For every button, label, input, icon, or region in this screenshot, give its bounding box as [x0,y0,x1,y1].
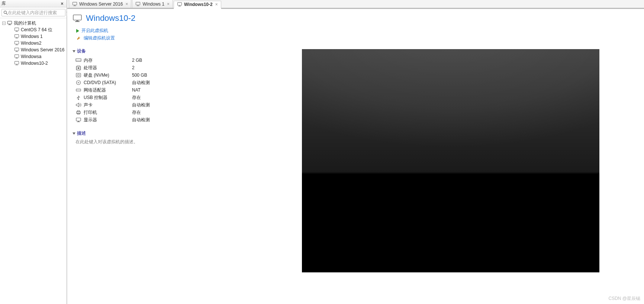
vm-tab[interactable]: Windows 1× [132,0,173,8]
content-area: Windows10-2 开启此虚拟机 编辑虚拟机设置 设备 内存2 GB处理器2… [67,9,644,304]
search-row [0,7,67,18]
device-row[interactable]: USB 控制器存在 [75,94,252,101]
device-value: 自动检测 [132,102,150,108]
tab-label: Windows Server 2016 [79,1,123,7]
vm-icon [14,54,19,59]
device-label: 网络适配器 [84,87,132,93]
device-value: 存在 [132,95,141,101]
device-row[interactable]: 打印机存在 [75,109,252,116]
tree-item[interactable]: Windows2 [0,40,67,47]
printer-icon [75,110,81,115]
device-label: 打印机 [84,109,132,116]
devices-section: 设备 内存2 GB处理器2硬盘 (NVMe)500 GBCD/DVD (SATA… [73,48,252,124]
device-row[interactable]: 硬盘 (NVMe)500 GB [75,71,252,79]
watermark: CSDN @星辰锡 [608,295,640,302]
device-row[interactable]: 处理器2 [75,64,252,71]
search-input[interactable] [8,10,64,15]
tree-item[interactable]: CentOS 7 64 位 [0,26,67,33]
vm-preview-screen[interactable] [302,49,599,272]
tree-root[interactable]: − 我的计算机 [0,20,67,26]
device-value: 自动检测 [132,80,150,86]
vm-preview-pane [257,9,644,304]
sidebar-title: 库 [1,0,6,7]
main-area: Windows Server 2016×Windows 1×Windows10-… [67,0,644,304]
device-row[interactable]: 网络适配器NAT [75,86,252,94]
vm-icon [72,2,77,6]
device-value: 500 GB [132,73,147,78]
device-table: 内存2 GB处理器2硬盘 (NVMe)500 GBCD/DVD (SATA)自动… [75,57,252,124]
search-icon [3,10,8,15]
device-label: 内存 [84,57,132,64]
vm-title-row: Windows10-2 [73,13,252,23]
description-placeholder[interactable]: 在此处键入对该虚拟机的描述。 [75,139,252,145]
tree-item-label: Windows Server 2016 [21,47,64,52]
vm-tab[interactable]: Windows10-2× [174,1,221,9]
tab-label: Windows 1 [142,1,164,7]
device-value: 存在 [132,109,141,116]
tab-close-button[interactable]: × [125,1,128,7]
devices-section-title: 设备 [77,48,86,54]
vm-icon [14,34,19,39]
tree-item-label: Windows10-2 [21,61,48,66]
display-icon [75,117,81,122]
tree-item-label: CentOS 7 64 位 [21,27,52,33]
sidebar-header: 库 × [0,0,67,7]
device-value: 2 [132,65,135,70]
tree-item[interactable]: Windows10-2 [0,60,67,67]
vm-icon [135,2,141,6]
vm-tab[interactable]: Windows Server 2016× [69,0,131,8]
vm-icon [14,28,19,32]
cd-icon [75,80,81,85]
device-label: 显示器 [84,117,132,123]
vm-title: Windows10-2 [86,13,135,23]
devices-section-header[interactable]: 设备 [73,48,252,54]
description-section-header[interactable]: 描述 [73,130,252,137]
vm-details-panel: Windows10-2 开启此虚拟机 编辑虚拟机设置 设备 内存2 GB处理器2… [67,9,257,304]
edit-settings-label: 编辑虚拟机设置 [84,35,115,41]
tree-item-label: Windows 1 [21,34,43,39]
preview-shine [302,49,599,272]
tree-item-label: Windowsa [21,54,41,59]
description-section: 描述 在此处键入对该虚拟机的描述。 [73,130,252,145]
edit-vm-settings-link[interactable]: 编辑虚拟机设置 [76,35,252,41]
power-on-label: 开启此虚拟机 [81,28,108,34]
device-label: 声卡 [84,102,132,108]
library-sidebar: 库 × − 我的计算机 CentOS 7 64 位Windows 1Window… [0,0,67,304]
sound-icon [75,102,81,108]
tree-item[interactable]: Windows Server 2016 [0,47,67,53]
search-box[interactable] [1,9,65,16]
vm-icon [14,48,19,52]
tab-close-button[interactable]: × [167,1,170,7]
vm-title-icon [73,14,82,22]
tab-bar: Windows Server 2016×Windows 1×Windows10-… [67,0,644,9]
computer-icon [7,21,12,25]
library-tree: − 我的计算机 CentOS 7 64 位Windows 1Windows2Wi… [0,18,67,304]
tree-root-label: 我的计算机 [14,20,36,26]
vm-icon [14,41,19,45]
sidebar-close-button[interactable]: × [59,1,65,7]
vm-icon [14,61,19,65]
section-caret-icon [73,50,75,52]
device-label: USB 控制器 [84,95,132,101]
wrench-icon [76,36,81,41]
device-row[interactable]: 声卡自动检测 [75,101,252,109]
tree-item-label: Windows2 [21,41,41,46]
tree-expander[interactable]: − [2,22,6,25]
tab-label: Windows10-2 [184,2,213,7]
device-row[interactable]: 内存2 GB [75,57,252,64]
device-label: CD/DVD (SATA) [84,80,132,85]
device-value: 2 GB [132,58,142,63]
device-row[interactable]: CD/DVD (SATA)自动检测 [75,79,252,86]
device-row[interactable]: 显示器自动检测 [75,116,252,124]
net-icon [75,87,81,93]
device-label: 处理器 [84,65,132,71]
tree-item[interactable]: Windowsa [0,53,67,60]
disk-icon [75,73,81,78]
tree-item[interactable]: Windows 1 [0,33,67,40]
device-label: 硬盘 (NVMe) [84,72,132,79]
memory-icon [75,58,81,63]
tab-close-button[interactable]: × [215,2,218,7]
device-value: 自动检测 [132,117,150,123]
power-on-vm-link[interactable]: 开启此虚拟机 [76,28,252,34]
usb-icon [75,95,81,100]
